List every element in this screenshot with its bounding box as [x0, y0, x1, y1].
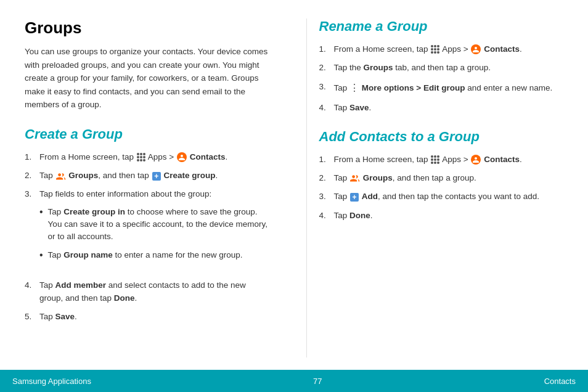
apps-icon	[137, 153, 145, 161]
apps-label-2: Apps >	[442, 44, 470, 54]
content-area: Groups You can use groups to organize yo…	[0, 0, 588, 370]
intro-text: You can use groups to organize your cont…	[25, 45, 269, 112]
save-label-2: Save	[349, 103, 369, 112]
apps-icon-2	[431, 45, 439, 54]
step-num-5: 5.	[25, 311, 39, 323]
groups-tab-label: Groups	[364, 63, 393, 72]
rename-4-content: Tap Save.	[334, 102, 564, 114]
step-num-3: 3.	[25, 188, 39, 273]
create-group-steps: 1. From a Home screen, tap Apps > Cont	[25, 151, 269, 323]
contacts-label-2: Contacts	[484, 44, 520, 54]
group-name-label: Group name	[63, 250, 113, 259]
add-step-3: 3. Tap + Add, and then tap the contacts …	[319, 190, 564, 203]
apps-label-3: Apps >	[442, 155, 470, 164]
add-step-2: 2. Tap Groups, and then tap a group.	[319, 172, 564, 184]
step-4-content: Tap Add member and select contacts to ad…	[39, 279, 269, 304]
create-group-label: Create group	[163, 171, 215, 180]
create-step-5: 5. Tap Save.	[25, 311, 269, 323]
contacts-icon	[177, 152, 187, 162]
rename-3-content: Tap ⋮ More options > Edit group and ente…	[334, 81, 564, 96]
footer-right: Contacts	[544, 377, 576, 386]
add-step-1: 1. From a Home screen, tap Apps > Cont	[319, 153, 564, 166]
bullet-list: Tap Create group in to choose where to s…	[39, 201, 269, 274]
more-options-label: More options > Edit group	[362, 83, 465, 92]
footer-left: Samsung Applications	[12, 377, 91, 386]
step-1-content: From a Home screen, tap Apps > Contacts.	[39, 151, 269, 163]
rename-step-1: 1. From a Home screen, tap Apps > Cont	[319, 43, 564, 55]
rename-num-1: 1.	[319, 43, 334, 55]
groups-icon-left	[56, 172, 66, 181]
add-2-content: Tap Groups, and then tap a group.	[334, 172, 564, 184]
step-num-4: 4.	[25, 279, 39, 304]
add-member-label: Add member	[55, 280, 107, 290]
rename-num-3: 3.	[319, 81, 334, 96]
create-step-3: 3. Tap fields to enter information about…	[25, 188, 269, 273]
left-column: Groups You can use groups to organize yo…	[25, 18, 282, 357]
done-label-2: Done	[349, 211, 370, 220]
footer-center: 77	[313, 377, 322, 386]
done-label-1: Done	[114, 293, 135, 303]
groups-label-1: Groups	[68, 171, 98, 180]
create-step-1: 1. From a Home screen, tap Apps > Cont	[25, 151, 269, 163]
apps-icon-3	[431, 155, 439, 164]
contacts-label: Contacts	[190, 152, 226, 161]
plus-icon-1: +	[152, 172, 161, 181]
step-2-content: Tap Groups, and then tap + Create group.	[39, 169, 269, 182]
right-column: Rename a Group 1. From a Home screen, ta…	[306, 18, 564, 357]
rename-step-2: 2. Tap the Groups tab, and then tap a gr…	[319, 62, 564, 74]
add-num-2: 2.	[319, 172, 334, 184]
add-1-content: From a Home screen, tap Apps > Contacts.	[334, 153, 564, 166]
bullet-1: Tap Create group in to choose where to s…	[39, 206, 269, 243]
step-3-content: Tap fields to enter information about th…	[39, 188, 269, 273]
bullet-2: Tap Group name to enter a name for the n…	[39, 249, 269, 262]
rename-group-title: Rename a Group	[319, 18, 564, 35]
rename-step-3: 3. Tap ⋮ More options > Edit group and e…	[319, 81, 564, 96]
create-group-in-label: Create group in	[63, 207, 125, 216]
contacts-label-3: Contacts	[484, 155, 520, 164]
rename-num-2: 2.	[319, 62, 334, 74]
save-label-1: Save	[55, 312, 75, 321]
groups-label-2: Groups	[363, 173, 393, 182]
add-step-4: 4. Tap Done.	[319, 210, 564, 222]
page-container: Groups You can use groups to organize yo…	[0, 0, 588, 392]
create-step-4: 4. Tap Add member and select contacts to…	[25, 279, 269, 304]
step-num-1: 1.	[25, 151, 39, 163]
page-title: Groups	[25, 18, 269, 38]
add-label: Add	[362, 192, 378, 201]
add-contacts-steps: 1. From a Home screen, tap Apps > Cont	[319, 153, 564, 222]
rename-1-content: From a Home screen, tap Apps > Contacts.	[334, 43, 564, 55]
add-3-content: Tap + Add, and then tap the contacts you…	[334, 190, 564, 203]
rename-group-steps: 1. From a Home screen, tap Apps > Cont	[319, 43, 564, 114]
create-step-2: 2. Tap Groups, and then tap + Create gro…	[25, 169, 269, 182]
footer: Samsung Applications 77 Contacts	[0, 370, 588, 392]
contacts-icon-2	[471, 44, 481, 54]
plus-icon-2: +	[350, 193, 359, 202]
rename-num-4: 4.	[319, 102, 334, 114]
step-num-2: 2.	[25, 169, 39, 182]
add-4-content: Tap Done.	[334, 210, 564, 222]
rename-step-4: 4. Tap Save.	[319, 102, 564, 114]
rename-2-content: Tap the Groups tab, and then tap a group…	[334, 62, 564, 74]
add-num-1: 1.	[319, 153, 334, 166]
add-contacts-title: Add Contacts to a Group	[319, 129, 564, 145]
add-num-3: 3.	[319, 190, 334, 203]
groups-icon-right	[350, 174, 360, 182]
create-group-title: Create a Group	[25, 126, 269, 142]
add-num-4: 4.	[319, 210, 334, 222]
apps-label: Apps >	[148, 152, 176, 161]
contacts-icon-3	[471, 155, 481, 165]
step-5-content: Tap Save.	[39, 311, 269, 323]
